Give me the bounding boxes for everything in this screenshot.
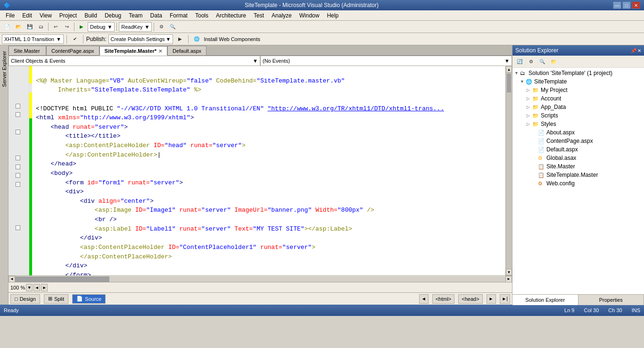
main-toolbar: 📄 📂 💾 🗂 ↩ ↪ ▶ Debug ▼ ReadKey ▼ ⚙ 🔍 (0, 21, 644, 33)
publish-settings-dropdown[interactable]: Create Publish Settings ▼ (108, 34, 173, 44)
source-view-btn[interactable]: 📄 Source (72, 294, 106, 304)
menu-analyze[interactable]: Analyze (268, 11, 296, 20)
tree-myproject[interactable]: ▷ 📁 My Project (513, 86, 643, 94)
publish-go-btn[interactable]: ▶ (175, 34, 185, 44)
nav-left-btn[interactable]: ◄ (419, 294, 429, 304)
collapse-form[interactable]: - (16, 165, 20, 169)
se-tab-properties[interactable]: Properties (578, 295, 644, 305)
tab-contentpage[interactable]: ContentPage.aspx (46, 46, 99, 55)
redo-btn[interactable]: ↪ (62, 22, 72, 32)
nav-right-btn[interactable]: ► (487, 294, 496, 304)
menu-window[interactable]: Window (296, 11, 323, 20)
tab-sitetemplate[interactable]: SiteTemplate.Master* ✕ (99, 46, 167, 56)
gutter-17 (8, 206, 29, 215)
collapse-head[interactable]: - (16, 112, 20, 117)
open-btn[interactable]: 📂 (13, 22, 24, 32)
sitetemplate-icon: 📋 (538, 172, 545, 178)
tree-sitetemplate[interactable]: 📋 SiteTemplate.Master (513, 171, 643, 179)
split-view-btn[interactable]: ⊞ Split (44, 294, 68, 304)
html-tag-btn[interactable]: <html> (432, 294, 455, 304)
gutter-13: - (8, 171, 29, 180)
tab-close-icon[interactable]: ✕ (158, 49, 162, 54)
menu-architecture[interactable]: Architecture (212, 11, 250, 20)
menu-format[interactable]: Format (166, 11, 191, 20)
menu-test[interactable]: Test (250, 11, 268, 20)
se-filter-btn[interactable]: 🔍 (537, 57, 547, 67)
tree-aboutaspx[interactable]: 📄 About.aspx (513, 128, 643, 137)
menu-edit[interactable]: Edit (18, 11, 36, 20)
xhtml-dropdown[interactable]: XHTML 1.0 Transition ▼ (2, 34, 64, 44)
menu-debug[interactable]: Debug (101, 11, 125, 20)
menu-team[interactable]: Team (125, 11, 146, 20)
tab-default[interactable]: Default.aspx (167, 46, 206, 55)
zoom-bar: 100 % ▼ ◄ ► (8, 282, 512, 292)
horizontal-scrollbar[interactable]: ◄ ► (8, 275, 512, 282)
scroll-up-btn[interactable]: ▲ (506, 66, 512, 73)
collapse-cph2[interactable]: - (16, 225, 20, 230)
close-button[interactable]: ✕ (632, 1, 640, 9)
tree-solution[interactable]: ▼ 🗂 Solution 'SiteTemplate' (1 project) (513, 69, 643, 77)
tree-sitemaster[interactable]: 📋 Site.Master (513, 162, 643, 171)
menu-project[interactable]: Project (56, 11, 81, 20)
server-explorer-tab[interactable]: Server Explorer (0, 47, 8, 91)
events-dropdown[interactable]: (No Events) ▼ (260, 56, 512, 66)
objects-dropdown[interactable]: Client Objects & Events ▼ (8, 56, 260, 66)
se-tab-explorer[interactable]: Solution Explorer (512, 295, 578, 305)
tree-styles[interactable]: ▷ 📁 Styles (513, 120, 643, 128)
start-btn[interactable]: ▶ (76, 22, 87, 32)
collapse-html[interactable]: - (16, 104, 20, 108)
save-btn[interactable]: 💾 (25, 22, 35, 32)
minimize-button[interactable]: — (613, 1, 621, 9)
menu-tools[interactable]: Tools (191, 11, 212, 20)
appdata-icon: 📁 (532, 104, 540, 110)
nav-end-btn[interactable]: ►| (500, 294, 511, 304)
scroll-thumb[interactable] (506, 73, 512, 269)
xhtml-arrow: ▼ (56, 36, 61, 42)
collapse-cph1[interactable]: - (16, 130, 20, 134)
se-refresh-btn[interactable]: 🔄 (514, 57, 525, 67)
tree-contentpage[interactable]: 📄 ContentPage.aspx (513, 137, 643, 145)
code-content[interactable]: <%@ Master Language="VB" AutoEventWireup… (32, 66, 505, 275)
tree-webconfig[interactable]: ⚙ Web.config (513, 179, 643, 188)
new-project-btn[interactable]: 📄 (2, 22, 12, 32)
design-view-btn[interactable]: □ Design (10, 294, 40, 304)
menu-file[interactable]: File (2, 11, 18, 20)
se-pin-btn[interactable]: 📌 (631, 48, 636, 53)
vertical-scrollbar[interactable]: ▲ ▼ (505, 66, 512, 275)
collapse-div1[interactable]: - (16, 173, 20, 178)
tree-scripts[interactable]: ▷ 📁 Scripts (513, 111, 643, 120)
validate-btn[interactable]: ✔ (70, 34, 80, 44)
menu-build[interactable]: Build (81, 11, 101, 20)
tree-globalasax[interactable]: ⚙ Global.asax (513, 154, 643, 162)
menu-data[interactable]: Data (147, 11, 166, 20)
tree-defaultaspx[interactable]: 📄 Default.aspx (513, 145, 643, 154)
save-all-btn[interactable]: 🗂 (36, 22, 46, 32)
toolbar-btn-extra2[interactable]: 🔍 (167, 22, 178, 32)
solution-explorer: Solution Explorer 📌 ✕ 🔄 ⚙ 🔍 📁 ▼ 🗂 Soluti… (512, 45, 644, 305)
code-editor[interactable]: - - - - - - - - (8, 66, 512, 275)
se-new-folder-btn[interactable]: 📁 (548, 57, 559, 67)
menu-help[interactable]: Help (323, 11, 342, 20)
head-tag-btn[interactable]: <head> (458, 294, 482, 304)
tree-project[interactable]: ▼ 🌐 SiteTemplate (513, 77, 643, 86)
menu-view[interactable]: View (36, 11, 56, 20)
zoom-up-btn[interactable]: ◄ (33, 284, 40, 291)
collapse-div2[interactable]: - (16, 182, 20, 187)
zoom-down-btn[interactable]: ▼ (26, 284, 33, 291)
se-close-btn[interactable]: ✕ (637, 48, 641, 53)
readkey-dropdown[interactable]: ReadKey ▼ (119, 22, 152, 32)
scroll-down-btn[interactable]: ▼ (506, 269, 512, 275)
zoom-right-btn[interactable]: ► (41, 284, 48, 291)
h-scroll-track[interactable] (15, 276, 505, 282)
tab-sitemaster[interactable]: Site.Master (8, 46, 46, 55)
debug-mode-dropdown[interactable]: Debug ▼ (88, 22, 115, 32)
undo-btn[interactable]: ↩ (50, 22, 61, 32)
scroll-left-btn[interactable]: ◄ (8, 276, 15, 282)
tree-account[interactable]: ▷ 📁 Account (513, 94, 643, 103)
scroll-right-btn[interactable]: ► (505, 276, 512, 282)
se-properties-btn[interactable]: ⚙ (526, 57, 536, 67)
tree-appdata[interactable]: ▷ 📁 App_Data (513, 103, 643, 111)
collapse-body[interactable]: - (16, 156, 20, 160)
maximize-button[interactable]: □ (622, 1, 631, 9)
toolbar-btn-extra1[interactable]: ⚙ (156, 22, 166, 32)
